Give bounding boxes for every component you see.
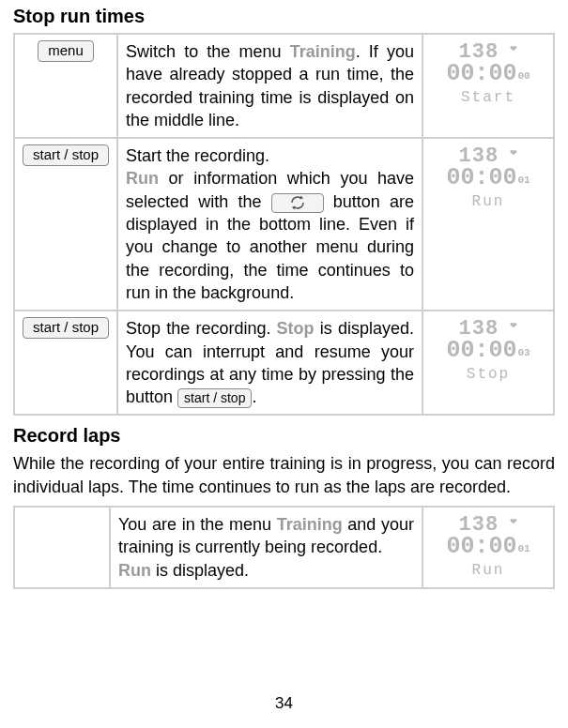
cell-screen: 138❤ 00:0000 Start xyxy=(422,34,554,138)
heart-icon: ❤ xyxy=(510,146,517,159)
lcd-status: Run xyxy=(446,562,530,579)
text: is displayed. xyxy=(151,561,249,580)
lcd-status: Stop xyxy=(446,366,530,383)
start-stop-button-inline: start / stop xyxy=(177,388,252,408)
keyword-training: Training xyxy=(277,515,343,534)
text: . xyxy=(252,387,256,406)
lcd-time: 00:00 xyxy=(446,337,516,364)
lcd-time: 00:00 xyxy=(446,533,516,560)
cycle-icon xyxy=(289,194,306,211)
text: Switch to the menu xyxy=(126,42,290,61)
lcd-status: Start xyxy=(446,89,530,106)
cell-button: start / stop xyxy=(14,138,117,311)
keyword-run: Run xyxy=(118,561,151,580)
heart-icon: ❤ xyxy=(510,515,517,528)
heading-record-laps: Record laps xyxy=(13,425,555,447)
table-row: menu Switch to the menu Training. If you… xyxy=(14,34,554,138)
cell-description: Start the recording. Run or information … xyxy=(117,138,422,311)
keyword-run: Run xyxy=(126,169,159,188)
page-number: 34 xyxy=(0,694,568,713)
start-stop-button: start / stop xyxy=(23,317,109,339)
lcd-time-sub: 01 xyxy=(517,543,530,554)
lcd-time-sub: 01 xyxy=(517,174,530,186)
start-stop-button: start / stop xyxy=(23,144,109,166)
lcd-time-sub: 00 xyxy=(517,70,530,82)
table-record-laps: You are in the menu Training and your tr… xyxy=(13,506,555,589)
lcd-display: 138❤ 00:0003 Stop xyxy=(446,317,530,383)
cycle-button xyxy=(271,193,324,213)
intro-record-laps: While the recording of your entire train… xyxy=(13,452,555,498)
table-stop-run-times: menu Switch to the menu Training. If you… xyxy=(13,33,555,416)
heading-stop-run-times: Stop run times xyxy=(13,6,555,27)
cell-button: start / stop xyxy=(14,311,117,415)
cell-button: menu xyxy=(14,34,117,138)
menu-button: menu xyxy=(38,40,94,62)
cell-description: Switch to the menu Training. If you have… xyxy=(117,34,422,138)
lcd-time: 00:00 xyxy=(446,164,516,191)
cell-description: You are in the menu Training and your tr… xyxy=(110,507,422,588)
heart-icon: ❤ xyxy=(510,319,517,332)
lcd-display: 138❤ 00:0000 Start xyxy=(446,40,530,106)
table-row: start / stop Start the recording. Run or… xyxy=(14,138,554,311)
text: You are in the menu xyxy=(118,515,277,534)
keyword-stop: Stop xyxy=(277,319,315,338)
cell-button xyxy=(14,507,110,588)
table-row: start / stop Stop the recording. Stop is… xyxy=(14,311,554,415)
heart-icon: ❤ xyxy=(510,42,517,55)
lcd-status: Run xyxy=(446,193,530,210)
text: Stop the recording. xyxy=(126,319,277,338)
cell-screen: 138❤ 00:0001 Run xyxy=(422,138,554,311)
cell-screen: 138❤ 00:0001 Run xyxy=(422,507,554,588)
lcd-time-sub: 03 xyxy=(517,347,530,358)
keyword-training: Training xyxy=(290,42,356,61)
lcd-display: 138❤ 00:0001 Run xyxy=(446,144,530,210)
text: Start the recording. xyxy=(126,144,414,167)
cell-description: Stop the recording. Stop is displayed. Y… xyxy=(117,311,422,415)
lcd-time: 00:00 xyxy=(446,60,516,87)
table-row: You are in the menu Training and your tr… xyxy=(14,507,554,588)
lcd-display: 138❤ 00:0001 Run xyxy=(446,513,530,579)
cell-screen: 138❤ 00:0003 Stop xyxy=(422,311,554,415)
